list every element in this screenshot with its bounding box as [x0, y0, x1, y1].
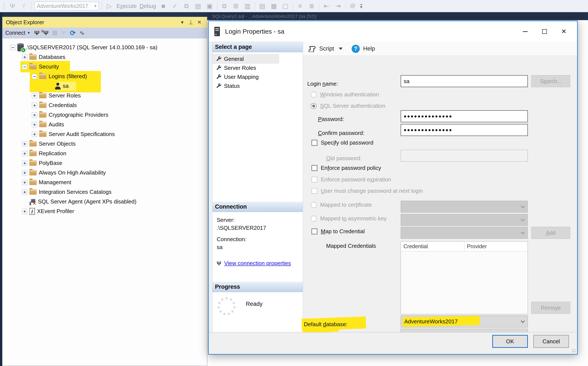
results-text-icon[interactable]: ▤ [258, 2, 267, 10]
mapped-asymmetric-combo[interactable] [401, 214, 528, 226]
tree-item-cryptographic-providers[interactable]: Cryptographic Providers [2, 110, 207, 120]
tree-item-databases[interactable]: Databases [2, 52, 207, 62]
tree-item-logins[interactable]: Logins (filtered) [2, 71, 207, 81]
results-file-icon[interactable]: ▢ [281, 2, 290, 10]
confirm-password-input[interactable]: ●●●●●●●●●●●●●● [401, 124, 528, 136]
tree-item-audits[interactable]: Audits [2, 120, 207, 129]
password-input[interactable]: ●●●●●●●●●●●●●● [401, 110, 528, 122]
ok-button[interactable]: OK [492, 335, 528, 348]
expand-icon[interactable] [22, 161, 27, 166]
activity-monitor-icon[interactable]: ∿ [79, 29, 84, 36]
collapse-icon[interactable] [22, 64, 27, 69]
mapped-certificate-combo[interactable] [401, 201, 528, 213]
check-parse-icon[interactable]: ✓ [171, 2, 179, 10]
collapse-icon[interactable] [32, 74, 37, 79]
help-button[interactable]: Help [363, 46, 375, 52]
results-grid-icon[interactable]: ▦ [270, 2, 278, 10]
enforce-policy-checkbox[interactable]: Enforce password policy [312, 165, 381, 171]
tree-item-always-on[interactable]: Always On High Availability [2, 168, 207, 177]
server-report-icon[interactable]: ▥ [243, 2, 252, 10]
expand-icon[interactable] [32, 132, 37, 137]
tree-item-sql-server-agent[interactable]: SQL Server Agent (Agent XPs disabled) [2, 197, 207, 206]
execute-button[interactable]: Execute [116, 3, 137, 9]
specify-old-password-checkbox[interactable]: Specify old password [312, 139, 373, 146]
plug-change-connection-icon[interactable]: ㄚ [20, 2, 28, 10]
expand-icon[interactable] [32, 103, 37, 108]
login-name-input[interactable]: sa [401, 75, 528, 87]
minimize-button[interactable] [520, 27, 530, 36]
tree-item-integration-services[interactable]: Integration Services Catalogs [2, 187, 207, 197]
close-icon[interactable]: ✕ [195, 19, 204, 25]
windows-auth-radio[interactable]: Windows authentication [311, 91, 379, 98]
page-item-server-roles[interactable]: Server Roles [212, 63, 303, 72]
chevron-down-icon[interactable] [339, 47, 343, 50]
comment-lines-icon[interactable]: ≡ [296, 2, 304, 10]
diagram-boxes-icon[interactable]: ⧉ [220, 2, 229, 10]
uncomment-lines-icon[interactable]: ≣ [308, 2, 316, 10]
filter-funnel-icon[interactable] [61, 31, 66, 34]
expand-icon[interactable] [22, 151, 27, 156]
background-query-tab[interactable]: SQLQuery1.sql - ...AdventureWorks2017 (s… [207, 12, 588, 20]
map-credential-checkbox[interactable]: Map to Credential [312, 228, 365, 235]
search-button[interactable]: Search... [531, 75, 570, 87]
resize-grip[interactable] [572, 349, 576, 353]
tree-item-replication[interactable]: Replication [2, 149, 207, 158]
expand-icon[interactable] [22, 209, 27, 214]
map-credential-combo[interactable] [401, 227, 528, 239]
window-stack-icon[interactable]: ▤ [194, 2, 202, 10]
expand-icon[interactable] [32, 93, 37, 98]
form-window-icon[interactable]: ▣ [205, 2, 214, 10]
window-position-chevron-icon[interactable]: ▾ [178, 19, 187, 25]
indent-icon[interactable]: ⇥ [334, 2, 342, 10]
tree-item-credentials[interactable]: Credentials [2, 100, 207, 110]
page-item-general[interactable]: General [212, 54, 279, 63]
tree-item-polybase[interactable]: PolyBase [2, 158, 207, 168]
pin-icon[interactable]: ⊥ [187, 19, 195, 26]
available-databases-combo[interactable]: AdventureWorks2017 ▾ [34, 2, 99, 10]
tree-item-sa-login[interactable]: sa [2, 81, 207, 91]
at-template-icon[interactable]: ＠ [349, 2, 357, 10]
view-connection-properties-link[interactable]: View connection properties [224, 260, 291, 267]
page-item-status[interactable]: Status [212, 81, 303, 90]
expand-icon[interactable] [22, 180, 27, 185]
tree-item-xevent-profiler[interactable]: ƒ XEvent Profiler [2, 206, 207, 216]
plug-icon[interactable]: Ψ [8, 2, 17, 10]
dialog-titlebar[interactable]: Login Properties - sa ✕ [209, 21, 577, 42]
mapped-credentials-table[interactable]: Credential Provider [401, 241, 528, 314]
expand-icon[interactable] [22, 190, 27, 195]
must-change-checkbox[interactable]: User must change password at next login [312, 188, 423, 194]
collapse-icon[interactable] [10, 45, 15, 50]
toolbar-overflow-icon[interactable]: ▾ [360, 4, 362, 9]
disconnect-plug-icon[interactable]: Ψ [43, 30, 48, 36]
tree-item-server-roles[interactable]: Server Roles [2, 91, 207, 100]
sql-auth-radio[interactable]: SQL Server authentication [311, 103, 385, 109]
diagram-check-icon[interactable]: ⊞ [232, 2, 240, 10]
add-button[interactable]: Add [531, 227, 570, 239]
refresh-icon[interactable]: ⟳ [70, 30, 76, 36]
toolbar-grip[interactable] [3, 2, 5, 10]
expand-icon[interactable] [22, 55, 27, 60]
maximize-button[interactable] [540, 27, 549, 36]
debug-button[interactable]: Debug [140, 3, 156, 9]
mapped-certificate-radio[interactable]: Mapped to certificate [311, 202, 372, 208]
expand-icon[interactable] [32, 122, 37, 127]
close-button[interactable]: ✕ [559, 27, 568, 36]
page-item-user-mapping[interactable]: User Mapping [212, 72, 303, 81]
stop-icon[interactable] [53, 31, 57, 35]
enforce-expiration-checkbox[interactable]: Enforce password expiration [312, 176, 391, 183]
mapped-asymmetric-radio[interactable]: Mapped to asymmetric key [311, 215, 387, 222]
tree-item-management[interactable]: Management [2, 177, 207, 187]
outdent-icon[interactable]: ⇤ [322, 2, 331, 10]
old-password-input[interactable] [401, 150, 528, 162]
connect-plug-icon[interactable]: Ψ [34, 30, 39, 36]
tree-item-server[interactable]: .\SQLSERVER2017 (SQL Server 14.0.1000.16… [2, 43, 207, 52]
expand-icon[interactable] [32, 112, 37, 118]
tree-item-server-objects[interactable]: Server Objects [2, 139, 207, 149]
expand-icon[interactable] [22, 141, 27, 146]
remove-button[interactable]: Remove [531, 302, 570, 314]
script-button[interactable]: Script [319, 46, 334, 52]
plan-boxes-icon[interactable]: ⧉ [182, 2, 191, 10]
tree-item-security[interactable]: Security [2, 62, 207, 71]
connect-button[interactable]: Connect ▼ [5, 30, 30, 36]
play-icon[interactable]: ▷ [105, 2, 113, 10]
